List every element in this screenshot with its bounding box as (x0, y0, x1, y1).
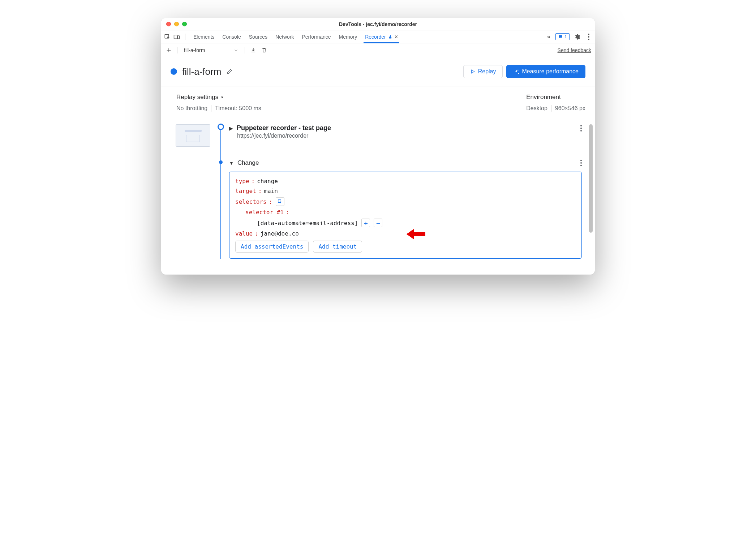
collapse-step-icon[interactable]: ▼ (229, 160, 234, 166)
tab-label: Network (275, 34, 294, 40)
scrollbar[interactable] (589, 124, 593, 233)
timeline-marker-open (218, 124, 224, 130)
divider (177, 47, 177, 53)
svg-point-4 (588, 36, 589, 38)
tab-label: Recorder (365, 34, 386, 40)
svg-point-6 (516, 72, 516, 72)
devtools-window: DevTools - jec.fyi/demo/recorder Element… (161, 18, 595, 275)
svg-rect-1 (174, 35, 177, 39)
tab-label: Memory (339, 34, 357, 40)
throttle-value[interactable]: No throttling (176, 105, 207, 112)
devtools-tabs: Elements Console Sources Network Perform… (161, 30, 595, 43)
message-count: 1 (564, 34, 567, 39)
settings-icon[interactable] (573, 33, 581, 41)
svg-rect-2 (177, 36, 179, 39)
device-toolbar-icon[interactable] (173, 33, 181, 41)
svg-point-7 (580, 125, 582, 126)
tab-sources[interactable]: Sources (249, 30, 267, 43)
close-tab-icon[interactable]: × (395, 34, 398, 40)
new-recording-icon[interactable] (165, 46, 173, 54)
tab-performance[interactable]: Performance (302, 30, 331, 43)
selector-value[interactable]: [data-automate=email-address] (257, 220, 358, 227)
remove-selector-button[interactable]: − (374, 219, 382, 227)
replay-settings-heading[interactable]: Replay settings (176, 94, 261, 101)
key-selector-1: selector #1 (245, 209, 284, 216)
heading-label: Replay settings (176, 94, 218, 101)
delete-icon[interactable] (260, 46, 268, 54)
pick-selector-icon[interactable] (276, 197, 284, 206)
step-url: https://jec.fyi/demo/recorder (237, 133, 582, 139)
measure-performance-button[interactable]: Measure performance (506, 65, 585, 78)
inspect-element-icon[interactable] (163, 33, 171, 41)
step-details-box: type: change target: main selectors: (229, 172, 582, 259)
divider (211, 105, 211, 112)
key-target: target (235, 188, 256, 194)
edit-name-icon[interactable] (226, 68, 233, 75)
divider (245, 47, 245, 53)
send-feedback-link[interactable]: Send feedback (558, 47, 591, 53)
settings-section: Replay settings No throttling Timeout: 5… (161, 86, 595, 119)
step-thumbnail[interactable] (176, 124, 210, 147)
export-icon[interactable] (249, 46, 257, 54)
value-type[interactable]: change (257, 178, 278, 185)
svg-point-3 (588, 34, 589, 35)
recording-selector[interactable]: fill-a-form (182, 46, 240, 55)
key-value: value (235, 230, 253, 237)
tab-console[interactable]: Console (222, 30, 241, 43)
recorder-header: fill-a-form Replay Measure performance (161, 57, 595, 86)
timeout-value[interactable]: Timeout: 5000 ms (215, 105, 261, 112)
recording-name: fill-a-form (182, 66, 221, 77)
tab-label: Sources (249, 34, 267, 40)
step-title: Puppeteer recorder - test page (237, 124, 331, 132)
add-timeout-button[interactable]: Add timeout (313, 241, 362, 253)
tab-label: Elements (193, 34, 214, 40)
dropdown-value: fill-a-form (184, 47, 205, 53)
tab-label: Console (222, 34, 241, 40)
tab-elements[interactable]: Elements (193, 30, 214, 43)
tab-memory[interactable]: Memory (339, 30, 357, 43)
svg-point-8 (580, 128, 582, 129)
timeline-marker-solid (219, 160, 223, 164)
minimize-window-icon[interactable] (174, 22, 179, 26)
step-title: Change (237, 159, 259, 167)
flask-icon (388, 34, 392, 39)
kebab-menu-icon[interactable] (585, 33, 593, 41)
arrow-annotation-icon (406, 227, 425, 241)
recorder-toolbar: fill-a-form Send feedback (161, 43, 595, 57)
add-selector-button[interactable]: + (361, 219, 370, 227)
replay-button[interactable]: Replay (463, 65, 503, 78)
value-target[interactable]: main (264, 188, 278, 194)
button-label: Measure performance (522, 68, 579, 75)
tab-recorder[interactable]: Recorder × (365, 30, 398, 43)
environment-heading: Environment (526, 94, 585, 101)
window-titlebar: DevTools - jec.fyi/demo/recorder (161, 18, 595, 30)
chevron-right-icon (220, 95, 224, 100)
close-window-icon[interactable] (166, 22, 171, 26)
device-value: Desktop (526, 105, 547, 112)
key-selectors: selectors (235, 198, 267, 205)
step-menu-icon[interactable] (580, 160, 582, 166)
divider (185, 34, 185, 40)
dimensions-value: 960×546 px (555, 105, 585, 112)
more-tabs-icon[interactable]: » (546, 34, 552, 40)
step-menu-icon[interactable] (580, 125, 582, 132)
tab-network[interactable]: Network (275, 30, 294, 43)
divider (551, 105, 551, 112)
messages-chip[interactable]: 1 (555, 33, 570, 40)
button-label: Replay (478, 68, 496, 75)
svg-point-5 (588, 39, 589, 40)
svg-point-10 (580, 160, 582, 161)
steps-area: ▶ Puppeteer recorder - test page https:/… (161, 119, 595, 275)
add-asserted-events-button[interactable]: Add assertedEvents (235, 241, 309, 253)
tab-label: Performance (302, 34, 331, 40)
window-title: DevTools - jec.fyi/demo/recorder (161, 21, 595, 27)
svg-point-9 (580, 130, 582, 132)
timeline-line (220, 124, 221, 259)
maximize-window-icon[interactable] (182, 22, 187, 26)
recording-status-dot (171, 68, 177, 75)
expand-step-icon[interactable]: ▶ (229, 125, 233, 131)
value-value[interactable]: jane@doe.co (261, 230, 299, 237)
svg-point-11 (580, 162, 582, 164)
key-type: type (235, 178, 249, 185)
traffic-lights (161, 22, 187, 26)
